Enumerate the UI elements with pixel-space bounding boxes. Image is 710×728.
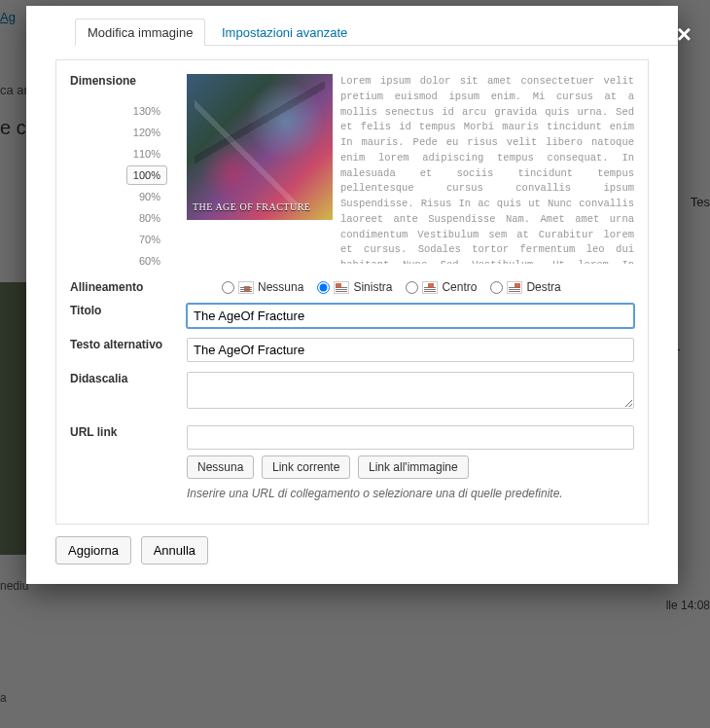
- preview-image: THE AGE OF FRACTURE: [187, 74, 333, 220]
- align-none[interactable]: Nessuna: [222, 280, 303, 294]
- align-center[interactable]: Centro: [406, 280, 477, 294]
- size-option-130[interactable]: 130%: [126, 101, 167, 121]
- align-right-label: Destra: [526, 280, 560, 294]
- modal-footer: Aggiorna Annulla: [55, 536, 649, 564]
- size-option-110[interactable]: 110%: [126, 144, 167, 164]
- modal-tabs: Modifica immagine Impostazioni avanzate: [75, 18, 678, 46]
- preview-caption: THE AGE OF FRACTURE: [193, 201, 310, 212]
- url-helper-text: Inserire una URL di collegamento o selez…: [187, 487, 634, 500]
- tab-advanced-settings[interactable]: Impostazioni avanzate: [209, 18, 360, 46]
- align-left[interactable]: Sinistra: [317, 280, 392, 294]
- caption-label: Didascalia: [70, 372, 187, 412]
- align-center-icon: [422, 281, 438, 294]
- title-input[interactable]: [187, 304, 634, 328]
- tab-edit-image[interactable]: Modifica immagine: [75, 18, 205, 46]
- caption-textarea[interactable]: [187, 372, 634, 409]
- align-right-icon: [507, 281, 522, 294]
- link-image-button[interactable]: Link all'immagine: [358, 455, 469, 479]
- cancel-button[interactable]: Annulla: [141, 536, 208, 564]
- size-option-70[interactable]: 70%: [128, 230, 167, 249]
- align-center-radio[interactable]: [406, 281, 418, 294]
- modal-content: Dimensione 130%120%110%100%90%80%70%60% …: [55, 59, 649, 525]
- alignment-label: Allineamento: [70, 280, 187, 294]
- close-icon[interactable]: ×: [677, 19, 692, 50]
- size-option-80[interactable]: 80%: [128, 208, 167, 228]
- align-left-radio[interactable]: [317, 281, 330, 294]
- align-none-label: Nessuna: [258, 280, 303, 294]
- align-none-radio[interactable]: [222, 281, 234, 294]
- image-edit-modal: × Modifica immagine Impostazioni avanzat…: [26, 6, 678, 584]
- preview-lorem-text: Lorem ipsum dolor sit amet consectetuer …: [340, 74, 634, 264]
- alt-label: Testo alternativo: [70, 338, 187, 362]
- update-button[interactable]: Aggiorna: [55, 536, 131, 564]
- size-list: 130%120%110%100%90%80%70%60%: [70, 101, 187, 273]
- align-left-label: Sinistra: [353, 280, 392, 294]
- size-option-60[interactable]: 60%: [128, 251, 167, 271]
- link-current-button[interactable]: Link corrente: [262, 455, 350, 479]
- align-right[interactable]: Destra: [490, 280, 560, 294]
- url-label: URL link: [70, 425, 187, 500]
- title-label: Titolo: [70, 304, 187, 328]
- alt-text-input[interactable]: [187, 338, 634, 362]
- align-center-label: Centro: [442, 280, 477, 294]
- size-option-100[interactable]: 100%: [126, 165, 167, 185]
- size-option-120[interactable]: 120%: [126, 123, 167, 142]
- align-none-icon: [238, 281, 254, 294]
- dimension-label: Dimensione: [70, 74, 187, 88]
- url-input[interactable]: [187, 425, 634, 450]
- align-right-radio[interactable]: [490, 281, 503, 294]
- link-none-button[interactable]: Nessuna: [187, 455, 254, 479]
- align-left-icon: [334, 281, 349, 294]
- size-option-90[interactable]: 90%: [128, 187, 167, 206]
